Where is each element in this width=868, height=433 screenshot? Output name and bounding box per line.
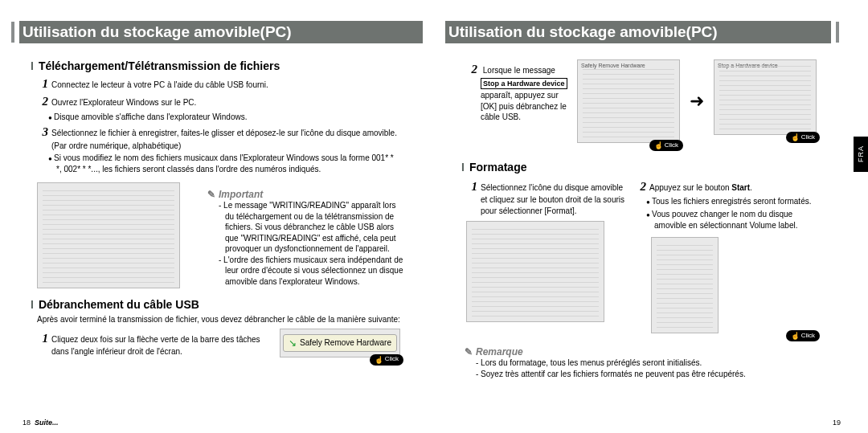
format-step-2: 2Appuyez sur le bouton Start. (635, 178, 817, 194)
step-1: 1Connectez le lecteur à votre PC à l'aid… (37, 76, 400, 92)
click-badge: ☝Click (786, 330, 820, 341)
pencil-icon: ✎ (207, 189, 215, 200)
hand-pointer-icon: ☝ (791, 331, 800, 341)
figure-safely-remove-dialog: Safely Remove Hardware (577, 59, 680, 143)
page-title: Utilisation du stockage amovible(PC) (19, 21, 423, 43)
title-bar-right: Utilisation du stockage amovible(PC) (445, 21, 839, 50)
footer-left: 18 Suite... (23, 419, 59, 427)
figure-format-context (466, 221, 604, 322)
figure-safely-remove: ↘Safely Remove Hardware ☝Click (280, 329, 400, 357)
figure-stop-hardware-dialog: Stop a Hardware device (714, 59, 817, 135)
disconnect-intro: Après avoir terminé la transmission de f… (37, 314, 400, 325)
right-step-2: 2 Lorsque le message Stop a Hardware dev… (466, 61, 569, 123)
page-right: Utilisation du stockage amovible(PC) 2 L… (434, 0, 868, 433)
disconnect-step-1: 1Cliquez deux fois sur la flèche verte d… (37, 330, 272, 357)
page-title: Utilisation du stockage amovible(PC) (445, 21, 831, 43)
step-2-bullet: Disque amovible s'affiche dans l'explora… (48, 112, 400, 123)
green-arrow-icon: ↘ (289, 337, 297, 349)
section-heading-download: ITéléchargement/Télétransmission de fich… (31, 59, 403, 72)
step-2: 2Ouvrez l'Explorateur Windows sur le PC. (37, 93, 400, 109)
figure-explorer (37, 182, 180, 288)
format-bullet-2: Vous pouvez changer le nom du disque amo… (646, 209, 817, 231)
pencil-icon: ✎ (465, 346, 473, 357)
remarque-box: ✎Remarque - Lors du formatage, tous les … (465, 346, 839, 379)
click-badge: ☝Click (370, 354, 403, 366)
hand-pointer-icon: ☝ (654, 141, 663, 150)
section-heading-disconnect: IDébranchement du câble USB (31, 298, 403, 311)
language-tab: FRA (854, 137, 868, 172)
hand-pointer-icon: ☝ (791, 133, 800, 142)
section-heading-format: IFormatage (461, 161, 820, 174)
step-3: 3Sélectionnez le fichier à enregistrer, … (37, 124, 400, 151)
important-box: ✎Important - Le message "WRITING/READING… (207, 189, 403, 288)
step-3-bullet: Si vous modifiez le nom des fichiers mus… (48, 153, 400, 174)
arrow-right-icon: ➜ (690, 89, 704, 113)
format-step-1: 1Sélectionnez l'icône du disque amovible… (466, 178, 627, 216)
click-badge: ☝Click (786, 132, 820, 143)
click-badge: ☝Click (649, 140, 683, 151)
format-bullet-1: Tous les fichiers enregistrés seront for… (646, 196, 817, 207)
title-bar-left: Utilisation du stockage amovible(PC) (11, 21, 423, 50)
hand-pointer-icon: ☝ (375, 355, 383, 365)
figure-format-dialog (651, 237, 719, 333)
page-left: Utilisation du stockage amovible(PC) ITé… (0, 0, 434, 433)
footer-right: 19 (833, 419, 841, 427)
